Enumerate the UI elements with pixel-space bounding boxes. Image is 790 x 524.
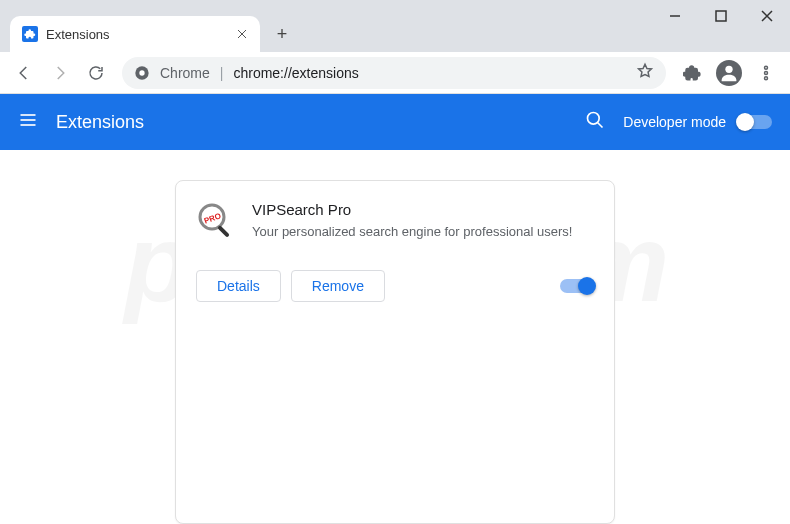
svg-point-7 (765, 76, 768, 79)
new-tab-button[interactable]: + (268, 20, 296, 48)
search-icon[interactable] (585, 110, 605, 134)
window-close-button[interactable] (744, 0, 790, 32)
forward-button[interactable] (44, 57, 76, 89)
page-title: Extensions (56, 112, 144, 133)
omnibox-separator: | (220, 65, 224, 81)
bookmark-star-icon[interactable] (636, 62, 654, 83)
developer-mode-control: Developer mode (623, 114, 772, 130)
omnibox-scheme-label: Chrome (160, 65, 210, 81)
chrome-icon (134, 65, 150, 81)
svg-rect-16 (217, 225, 230, 238)
page-content: PRO VIPSearch Pro Your personalized sear… (0, 150, 790, 524)
svg-rect-1 (716, 11, 726, 21)
back-button[interactable] (8, 57, 40, 89)
omnibox-url: chrome://extensions (233, 65, 358, 81)
svg-point-11 (588, 113, 600, 125)
window-controls (652, 0, 790, 52)
hamburger-menu-icon[interactable] (18, 110, 38, 134)
extension-favicon (22, 26, 38, 42)
minimize-button[interactable] (652, 0, 698, 32)
address-bar[interactable]: Chrome | chrome://extensions (122, 57, 666, 89)
svg-point-4 (725, 65, 732, 72)
tab-strip: Extensions + (0, 0, 652, 52)
svg-point-5 (765, 66, 768, 69)
developer-mode-toggle[interactable] (738, 115, 772, 129)
browser-toolbar: Chrome | chrome://extensions (0, 52, 790, 94)
browser-tab[interactable]: Extensions (10, 16, 260, 52)
tab-title: Extensions (46, 27, 110, 42)
extension-card: PRO VIPSearch Pro Your personalized sear… (175, 180, 615, 524)
extension-enable-toggle[interactable] (560, 279, 594, 293)
window-titlebar: Extensions + (0, 0, 790, 52)
extensions-menu-icon[interactable] (676, 57, 708, 89)
chrome-menu-icon[interactable] (750, 57, 782, 89)
svg-point-6 (765, 71, 768, 74)
tab-close-icon[interactable] (234, 26, 250, 42)
extension-logo-icon: PRO (196, 201, 236, 241)
developer-mode-label: Developer mode (623, 114, 726, 130)
svg-point-3 (139, 70, 144, 75)
maximize-button[interactable] (698, 0, 744, 32)
extensions-appbar: Extensions Developer mode (0, 94, 790, 150)
reload-button[interactable] (80, 57, 112, 89)
extension-description: Your personalized search engine for prof… (252, 222, 594, 242)
remove-button[interactable]: Remove (291, 270, 385, 302)
extension-name: VIPSearch Pro (252, 201, 594, 218)
details-button[interactable]: Details (196, 270, 281, 302)
profile-avatar[interactable] (716, 60, 742, 86)
svg-line-12 (598, 123, 603, 128)
